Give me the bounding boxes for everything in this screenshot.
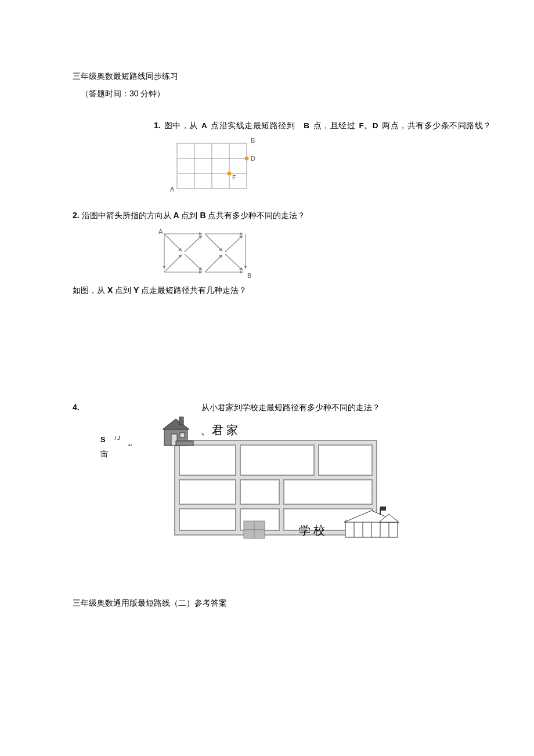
svg-line-20: [185, 236, 202, 252]
question-1-number: 1.: [154, 119, 161, 132]
svg-line-19: [164, 255, 182, 272]
q4-side-labels: S I J 41 宙: [73, 417, 154, 461]
q2-arrow-diagram: A B: [153, 228, 257, 280]
q1-label-d: D: [251, 155, 255, 162]
question-4-row: 4. 从小君家到学校走最短路径有多少种不同的走法？: [73, 401, 499, 414]
q1-t4: 两点，共有多少条不同路线？: [382, 121, 492, 130]
q1-b: B: [304, 121, 309, 130]
q1-t1: 图中，从: [164, 121, 198, 130]
home-icon: [163, 417, 193, 446]
svg-line-17: [164, 234, 182, 251]
q3-x: X: [107, 285, 113, 295]
svg-line-23: [205, 255, 222, 272]
q2-b: B: [200, 211, 205, 220]
q4-text: 从小君家到学校走最短路径有多少种不同的走法？: [201, 401, 380, 414]
svg-marker-48: [163, 419, 189, 429]
q4-side1c: 41: [128, 443, 154, 448]
q1-t3: 点，且经过: [313, 121, 356, 130]
q4-number: 4.: [73, 401, 80, 414]
q2-a: A: [173, 211, 179, 220]
worksheet-subtitle: （答题时间：30 分钟）: [73, 87, 499, 100]
q3-y: Y: [134, 285, 139, 295]
question-1-row: 1. 图中，从 A 点沿实线走最短路径到 B 点，且经过 F、D 两点，共有多少…: [73, 119, 499, 132]
school-icon: [344, 507, 399, 537]
q2-number: 2.: [73, 211, 80, 220]
answer-key-heading: 三年级奥数通用版最短路线（二）参考答案: [73, 596, 499, 609]
q2-t3: 点共有多少种不同的走法？: [208, 211, 305, 220]
svg-rect-43: [244, 521, 254, 530]
q1-label-b: B: [251, 138, 255, 144]
q4-label-school: 学 校: [299, 524, 325, 537]
svg-point-10: [228, 172, 232, 176]
q2-label-a: A: [158, 228, 163, 235]
q2-label-b: B: [247, 272, 251, 279]
svg-rect-44: [254, 521, 265, 530]
svg-line-24: [225, 236, 243, 252]
q3-t2: 点到: [115, 285, 131, 295]
q1-f: F、D: [359, 121, 379, 130]
svg-line-22: [225, 254, 243, 270]
svg-point-9: [245, 157, 249, 161]
svg-rect-46: [254, 530, 265, 538]
q4-side1b: I J: [114, 434, 120, 442]
question-2: 2. 沿图中箭头所指的方向从 A 点到 B 点共有多少种不同的走法？: [73, 209, 499, 222]
worksheet-title: 三年级奥数最短路线同步练习: [73, 70, 499, 82]
q2-t2: 点到: [181, 211, 197, 220]
q1-label-f: F: [232, 174, 236, 181]
q1-grid-diagram: B D F A: [165, 138, 264, 193]
q4-map-diagram: 、君 家 学 校: [154, 417, 403, 544]
q1-a: A: [201, 121, 207, 130]
svg-rect-62: [380, 507, 386, 511]
svg-rect-49: [179, 417, 183, 425]
svg-rect-51: [180, 433, 185, 437]
question-1-text: 图中，从 A 点沿实线走最短路径到 B 点，且经过 F、D 两点，共有多少条不同…: [164, 120, 492, 132]
svg-line-18: [185, 254, 202, 270]
svg-line-21: [205, 234, 222, 251]
q1-t2: 点沿实线走最短路径到: [211, 121, 295, 130]
q4-side2: 宙: [100, 448, 154, 461]
q2-t1: 沿图中箭头所指的方向从: [82, 211, 171, 220]
svg-rect-52: [176, 441, 193, 446]
question-4-block: S I J 41 宙: [73, 417, 499, 544]
q1-label-a: A: [170, 186, 175, 193]
svg-rect-45: [244, 530, 254, 538]
q4-side1: S: [100, 434, 106, 446]
question-3: 如图，从 X 点到 Y 点走最短路径共有几种走法？: [73, 284, 499, 296]
q3-t3: 点走最短路径共有几种走法？: [141, 285, 247, 295]
q3-t1: 如图，从: [73, 285, 105, 295]
q4-label-home: 、君 家: [200, 424, 238, 436]
